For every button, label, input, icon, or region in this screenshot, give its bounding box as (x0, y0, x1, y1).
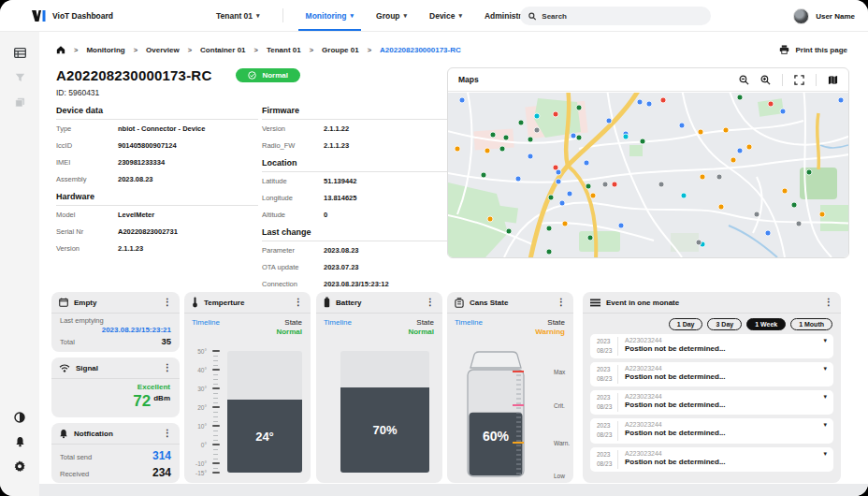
cans-state: Warning (535, 328, 565, 336)
timeline-link[interactable]: Timeline (324, 318, 352, 327)
search-input[interactable] (542, 12, 702, 21)
menu-tenant[interactable]: Tenant 01▾ (216, 0, 260, 31)
app-logo[interactable]: VioT Dashboard (32, 10, 113, 22)
table-view-icon[interactable] (12, 45, 27, 60)
card-title: Event in one monate (606, 299, 679, 307)
breadcrumb-separator: > (74, 46, 78, 54)
print-page-button[interactable]: Print this page (779, 45, 847, 54)
battery-icon (324, 297, 330, 308)
event-row[interactable]: 202308/23 A223023244Postion not be deter… (590, 390, 833, 415)
card-title: Battery (336, 299, 362, 307)
breadcrumb-item[interactable]: Overview (146, 46, 180, 54)
dark-mode-icon[interactable] (12, 410, 27, 425)
spec-row: Assembly2023.08.23 (56, 170, 258, 187)
toolbar-divider (782, 74, 783, 86)
menu-group[interactable]: Group▾ (376, 0, 407, 31)
event-row[interactable]: 202308/23 A223023244Postion not be deter… (590, 362, 833, 387)
viot-logo-icon (32, 10, 46, 22)
expand-caret-icon[interactable]: ▾ (823, 365, 827, 372)
section-heading: Last change (262, 223, 449, 241)
user-menu[interactable]: User Name (793, 0, 855, 32)
kebab-menu-icon[interactable]: ⋮ (163, 298, 172, 307)
bell-icon (59, 429, 68, 439)
app-title: VioT Dashboard (52, 11, 113, 21)
battery-state: Normal (408, 328, 434, 336)
battery-card: Battery ⋮ Timeline State Normal 70% (316, 292, 442, 483)
event-row[interactable]: 202308/23 A223023244Postion not be deter… (590, 447, 833, 472)
device-id: ID: 5960431 (56, 88, 99, 97)
section-heading: Location (262, 153, 449, 172)
level-warn: Warn. (554, 440, 570, 446)
spec-row: OTA update2023.07.23 (262, 258, 449, 275)
filter-1-month[interactable]: 1 Mouth (790, 318, 832, 330)
kebab-menu-icon[interactable]: ⋮ (426, 298, 435, 307)
breadcrumb-item-current[interactable]: A202208230000173-RC (380, 46, 461, 54)
event-row[interactable]: 202308/23 A223023244Postion not be deter… (590, 418, 833, 443)
bottom-scroll-gutter (39, 484, 868, 496)
expand-caret-icon[interactable]: ▾ (823, 421, 827, 429)
breadcrumb-item[interactable]: Tenant 01 (267, 46, 301, 54)
filter-3-day[interactable]: 3 Day (707, 318, 742, 330)
left-sidebar (0, 32, 39, 496)
battery-gauge: 70% (340, 351, 429, 473)
fullscreen-icon[interactable] (794, 75, 804, 85)
search-bar[interactable] (520, 7, 711, 25)
menu-divider (282, 8, 283, 22)
chevron-down-icon: ▾ (351, 12, 354, 20)
cans-state-card: Cans State ⋮ Timeline State Warning (447, 292, 573, 483)
last-emptying: Last emptying 2023.08.23/15:23:21 (51, 314, 180, 334)
event-row[interactable]: 202308/23 A223023244Postion not be deter… (590, 334, 833, 358)
timeline-link[interactable]: Timeline (455, 318, 483, 327)
spec-row: Latitude51.139442 (262, 172, 449, 189)
signal-value: 72 (133, 393, 151, 409)
filter-icon[interactable] (12, 70, 27, 85)
notifications-bell-icon[interactable] (12, 434, 27, 449)
main-content: > Monitoring > Overview > Container 01 >… (39, 32, 868, 496)
expand-caret-icon[interactable]: ▾ (823, 393, 827, 401)
app-window: VioT Dashboard Tenant 01▾ Monitoring▾ Gr… (0, 0, 868, 496)
filter-1-week[interactable]: 1 Week (746, 318, 786, 330)
signal-quality: Excellent (61, 383, 170, 391)
spec-row: Longitude13.814625 (262, 189, 449, 206)
expand-caret-icon[interactable]: ▾ (823, 450, 827, 458)
breadcrumb-item[interactable]: Monitoring (86, 46, 124, 54)
timeline-link[interactable]: Timeline (192, 318, 220, 327)
check-circle-icon (248, 71, 256, 80)
map-layers-icon[interactable] (828, 75, 838, 85)
home-icon[interactable] (56, 45, 65, 54)
kebab-menu-icon[interactable]: ⋮ (824, 298, 833, 307)
breadcrumb-item[interactable]: Container 01 (200, 46, 245, 54)
level-max: Max (554, 369, 565, 375)
breadcrumb-item[interactable]: Groupe 01 (322, 46, 359, 54)
state-label: State (535, 318, 565, 327)
temperature-gauge: 24° (227, 351, 302, 473)
menu-monitoring[interactable]: Monitoring▾ (306, 0, 354, 31)
settings-gear-icon[interactable] (12, 459, 27, 474)
card-title: Temperture (204, 299, 244, 307)
zoom-in-icon[interactable] (760, 75, 771, 85)
section-heading: Device data (56, 101, 258, 120)
status-badge[interactable]: Normal (236, 68, 300, 82)
spec-row: Connection2023.08.23/15:23:12 (262, 275, 449, 292)
expand-caret-icon[interactable]: ▾ (823, 337, 827, 344)
spec-row: Version2.1.1.23 (56, 240, 258, 256)
kebab-menu-icon[interactable]: ⋮ (294, 298, 303, 307)
level-crit: Crit. (554, 402, 565, 409)
kebab-menu-icon[interactable]: ⋮ (557, 298, 566, 307)
spec-row: Parameter2023.08.23 (262, 241, 449, 258)
card-title: Cans State (470, 299, 508, 307)
menu-device[interactable]: Device▾ (429, 0, 462, 31)
event-list: 202308/23 A223023244Postion not be deter… (583, 334, 841, 472)
search-icon (528, 12, 536, 21)
canister-icon (455, 298, 464, 308)
kebab-menu-icon[interactable]: ⋮ (163, 363, 172, 372)
zoom-out-icon[interactable] (739, 75, 749, 85)
map-canvas[interactable] (448, 93, 848, 257)
filter-1-day[interactable]: 1 Day (669, 318, 703, 330)
notif-total-send: Total send 314 (51, 445, 180, 464)
breadcrumb: > Monitoring > Overview > Container 01 >… (56, 45, 461, 54)
firmware-column: Firmware Version2.1.1.22 Radio_FW2.1.1.2… (262, 101, 449, 292)
kebab-menu-icon[interactable]: ⋮ (163, 429, 172, 438)
temperature-value: 24° (255, 430, 274, 444)
copy-pages-icon[interactable] (12, 95, 27, 109)
